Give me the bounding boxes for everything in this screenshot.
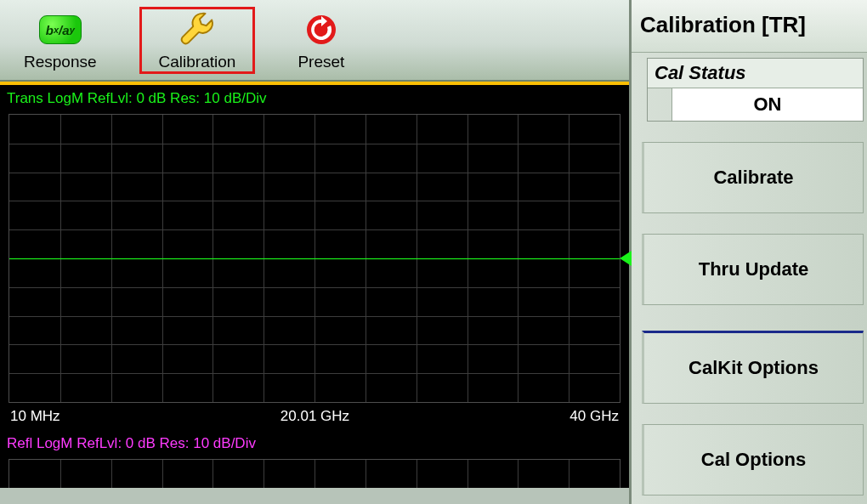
x-start-label: 10 MHz [10,408,60,425]
panel-title: Calibration [TR] [632,0,867,53]
calibration-button[interactable]: Calibration [139,7,256,74]
calibrate-button[interactable]: Calibrate [642,142,864,213]
bx-ay-icon: bx/ay [39,10,82,49]
x-axis-labels: 10 MHz 20.01 GHz 40 GHz [0,406,629,430]
plot-grid[interactable] [8,114,620,403]
trace1-label: Trans LogM RefLvl: 0 dB Res: 10 dB/Div [0,85,629,110]
wrench-icon [176,10,218,49]
refresh-icon [300,10,343,49]
cal-status-header: Cal Status [648,59,863,88]
x-center-label: 20.01 GHz [280,408,349,425]
cal-status-box: Cal Status ON [647,58,864,122]
ref-marker-icon [620,251,632,266]
response-label: Response [24,53,97,71]
trace-line [9,258,620,259]
calkit-options-button[interactable]: CalKit Options [642,331,864,404]
response-button[interactable]: bx/ay Response [15,7,105,73]
side-panel: Calibration [TR] Cal Status ON Calibrate… [629,0,867,504]
calibration-label: Calibration [159,53,236,71]
x-stop-label: 40 GHz [570,408,619,425]
preset-label: Preset [298,53,344,71]
trace2-label: Refl LogM RefLvl: 0 dB Res: 10 dB/Div [0,430,629,456]
cal-status-value[interactable]: ON [672,88,863,121]
main-toolbar: bx/ay Response Calibration [0,0,629,82]
preset-button[interactable]: Preset [289,7,353,73]
plot-area: Trans LogM RefLvl: 0 dB Res: 10 dB/Div [0,82,629,488]
plot-grid-2[interactable] [8,459,620,488]
thru-update-button[interactable]: Thru Update [642,234,864,305]
cal-options-button[interactable]: Cal Options [642,424,864,496]
